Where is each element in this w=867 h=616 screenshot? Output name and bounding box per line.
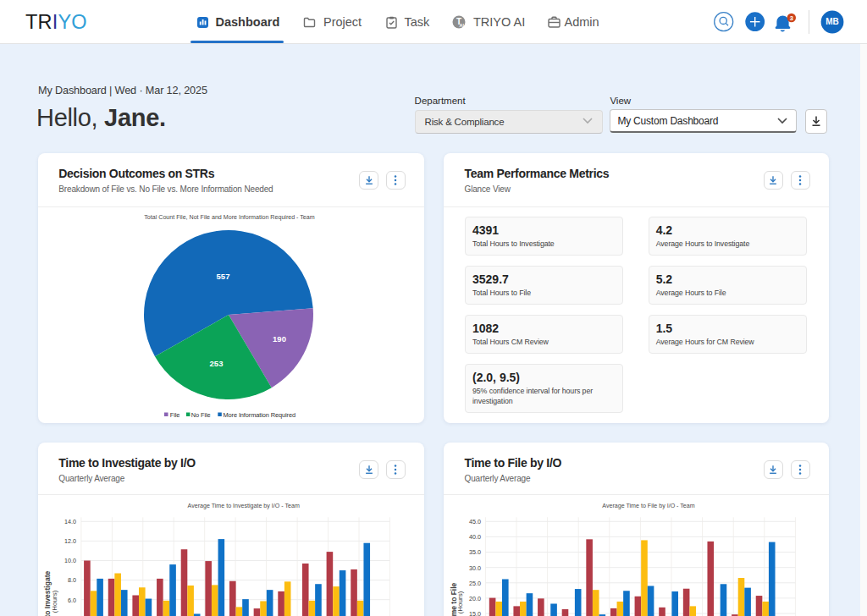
svg-text:AI: AI [460, 23, 465, 28]
svg-text:MB: MB [826, 17, 839, 26]
svg-text:3: 3 [790, 14, 793, 22]
